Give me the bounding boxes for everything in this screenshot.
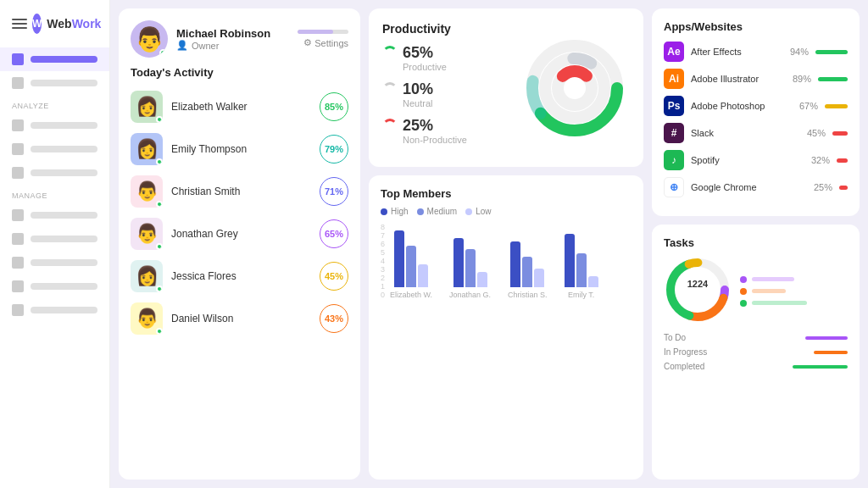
bar-group: Jonathan G. (449, 238, 491, 300)
dashboard-icon (12, 53, 24, 65)
sidebar-label-time (31, 80, 97, 86)
task-legend-row (740, 300, 848, 307)
task-bar (752, 301, 807, 305)
sidebar-item-analyze-2[interactable] (0, 137, 109, 161)
app-pct: 25% (807, 182, 832, 192)
top-members-card: Top Members High Medium Low (369, 175, 643, 480)
app-icon: # (664, 123, 684, 143)
sidebar-item-manage-5[interactable] (0, 298, 109, 322)
center-panel: Productivity 65% Productive 10% Neutral … (369, 8, 643, 480)
chart-bar (510, 241, 520, 287)
task-label: Completed (664, 362, 704, 371)
app-icon: Ae (664, 42, 684, 62)
sidebar-item-manage-4[interactable] (0, 274, 109, 298)
prod-label: Neutral (403, 98, 511, 108)
sidebar-item-manage-2[interactable] (0, 227, 109, 251)
status-dot (156, 201, 163, 208)
prod-spinner (382, 82, 398, 97)
task-stat-bar (793, 365, 848, 369)
manage1-icon (12, 209, 24, 221)
tasks-card: Tasks 1224 (652, 225, 860, 480)
sidebar-item-analyze-1[interactable] (0, 114, 109, 137)
task-dot (740, 300, 747, 307)
app-name: WebWork (47, 17, 101, 30)
status-dot (156, 286, 163, 292)
app-name: After Effects (691, 47, 776, 57)
chart-bar (522, 257, 532, 287)
status-dot (156, 328, 163, 335)
activity-item: 👨 Christian Smith 71% (131, 172, 348, 211)
sidebar-item-analyze-3[interactable] (0, 161, 109, 185)
sidebar-item-manage-1[interactable] (0, 203, 109, 227)
app-item: Ps Adobe Photoshop 67% (664, 96, 848, 116)
productivity-card: Productivity 65% Productive 10% Neutral … (369, 8, 643, 167)
task-dot (740, 288, 747, 295)
sidebar-label-dashboard (31, 56, 97, 63)
app-pct: 94% (783, 47, 809, 57)
task-stat-row: Completed (664, 362, 848, 371)
chart-bar (565, 234, 575, 287)
member-name: Christian Smith (171, 186, 311, 197)
legend-low-dot (465, 208, 472, 215)
member-avatar: 👩 (131, 133, 163, 165)
app-bar (832, 131, 848, 136)
app-bar (825, 104, 848, 108)
analyze2-icon (12, 143, 24, 155)
activity-item: 👩 Jessica Flores 45% (131, 257, 348, 296)
productivity-stat: 10% Neutral (382, 80, 511, 108)
settings-icon: ⚙ (303, 37, 312, 48)
prod-pct: 10% (382, 80, 511, 98)
chart-bar (453, 238, 464, 288)
activity-list: 👩 Elizabeth Walker 85% 👩 Emily Thompson … (131, 87, 348, 338)
chart-bar (394, 230, 404, 288)
member-pct: 85% (320, 92, 348, 121)
status-dot (156, 243, 163, 250)
tasks-donut: 1224 (664, 256, 732, 326)
hamburger-menu[interactable] (12, 19, 27, 29)
activity-item: 👨 Jonathan Grey 65% (131, 214, 348, 253)
app-item: ⊕ Google Chrome 25% (664, 177, 848, 197)
avatar: 👨 (131, 20, 168, 58)
app-item: ♪ Spotify 32% (664, 150, 848, 170)
legend-medium-dot (417, 208, 424, 215)
tasks-title: Tasks (664, 236, 848, 249)
legend-high-dot (381, 208, 387, 215)
activity-section-title: Today's Activity (131, 66, 348, 79)
member-name: Emily Thompson (171, 143, 311, 155)
bar-chart-area: Elizabeth W.Jonathan G.Christian S.Emily… (390, 223, 632, 299)
app-pct: 67% (793, 101, 818, 111)
task-legend-row (740, 288, 848, 295)
settings-link[interactable]: ⚙ Settings (303, 37, 348, 48)
app-icon: Ai (664, 69, 684, 89)
sidebar-item-dashboard[interactable] (0, 47, 109, 71)
tasks-body: 1224 (664, 256, 848, 326)
manage2-icon (12, 233, 24, 245)
chart-bar (477, 272, 487, 287)
role-icon: 👤 (176, 40, 188, 51)
manage4-icon (12, 280, 24, 292)
tasks-stats: To Do In Progress Completed (664, 333, 848, 371)
app-pct: 89% (786, 74, 811, 84)
app-bar (818, 77, 848, 81)
tasks-legend (740, 276, 848, 307)
bar-member-label: Emily T. (568, 291, 594, 299)
apps-card: Apps/Websites Ae After Effects 94% Ai Ad… (652, 8, 860, 216)
analyze-section-label: ANALYZE (0, 95, 109, 114)
time-icon (12, 77, 24, 89)
productivity-title: Productivity (382, 22, 511, 36)
task-stat-row: To Do (664, 333, 848, 342)
member-avatar: 👩 (131, 91, 163, 123)
sidebar-item-time[interactable] (0, 71, 109, 95)
right-panel: Apps/Websites Ae After Effects 94% Ai Ad… (652, 8, 860, 480)
member-name: Jonathan Grey (171, 228, 311, 240)
chart-bar (588, 276, 598, 288)
member-name: Elizabeth Walker (171, 101, 311, 113)
legend-low: Low (465, 207, 491, 216)
app-pct: 45% (800, 128, 826, 138)
app-bar (815, 50, 848, 54)
sidebar-item-manage-3[interactable] (0, 251, 109, 274)
chart-bar (418, 264, 428, 287)
manage-section-label: MANAGE (0, 185, 109, 203)
chart-bar (534, 269, 544, 288)
task-legend-row (740, 276, 848, 283)
